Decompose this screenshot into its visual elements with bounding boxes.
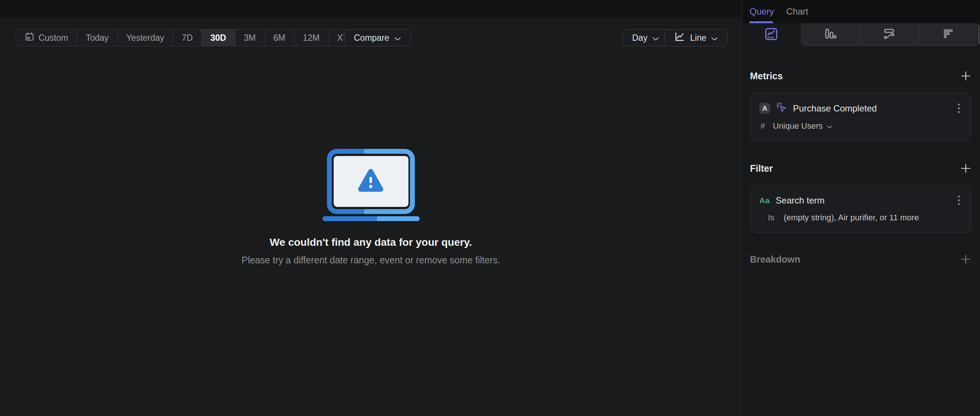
string-property-icon: Aa bbox=[759, 196, 770, 205]
insights-chart-icon bbox=[764, 26, 779, 43]
date-range-today[interactable]: Today bbox=[77, 30, 118, 46]
no-data-laptop-illustration bbox=[322, 147, 420, 223]
cursor-click-event-icon bbox=[776, 102, 788, 115]
filter-property-name[interactable]: Search term bbox=[776, 195, 825, 206]
date-range-7d[interactable]: 7D bbox=[173, 30, 202, 46]
empty-state-title: We couldn't find any data for your query… bbox=[270, 236, 472, 249]
funnel-bars-icon bbox=[822, 26, 838, 43]
tab-retention[interactable] bbox=[918, 23, 977, 46]
hash-symbol: # bbox=[759, 121, 765, 131]
chart-type-button[interactable]: Line bbox=[664, 29, 727, 46]
top-strip bbox=[0, 0, 742, 18]
date-range-control: Custom Today Yesterday 7D 30D 3M 6M 12M … bbox=[16, 29, 374, 46]
filter-condition-row: Is (empty string), Air purifier, or 11 m… bbox=[759, 213, 962, 223]
filter-values[interactable]: (empty string), Air purifier, or 11 more bbox=[784, 213, 919, 223]
metrics-title: Metrics bbox=[750, 71, 783, 81]
date-range-12m[interactable]: 12M bbox=[294, 30, 329, 46]
line-chart-icon bbox=[674, 31, 685, 45]
chevron-down-icon bbox=[652, 33, 659, 43]
filter-section-header: Filter bbox=[750, 163, 971, 174]
add-metric-button[interactable] bbox=[960, 70, 971, 81]
filter-operator[interactable]: Is bbox=[768, 213, 774, 223]
tab-flows[interactable] bbox=[859, 23, 919, 46]
granularity-button[interactable]: Day bbox=[622, 29, 669, 46]
chart-type-label: Line bbox=[690, 33, 706, 43]
aggregation-dropdown[interactable]: Unique Users bbox=[773, 121, 822, 131]
sidebar-content: Metrics A bbox=[742, 46, 980, 265]
aggregation-row: # Unique Users bbox=[759, 121, 962, 131]
tab-insights[interactable] bbox=[742, 23, 801, 46]
add-filter-button[interactable] bbox=[960, 163, 971, 174]
chevron-down-icon bbox=[711, 33, 718, 43]
date-range-30d-selected[interactable]: 30D bbox=[202, 30, 235, 46]
retention-dots-icon bbox=[940, 26, 956, 43]
tab-chart[interactable]: Chart bbox=[786, 0, 808, 23]
filter-title: Filter bbox=[750, 163, 773, 174]
breakdown-title: Breakdown bbox=[750, 254, 800, 265]
metrics-section-header: Metrics bbox=[750, 70, 971, 81]
main-panel: Custom Today Yesterday 7D 30D 3M 6M 12M … bbox=[0, 0, 742, 416]
filter-card[interactable]: Aa Search term Is (empty string), Air pu… bbox=[750, 185, 971, 233]
date-range-custom[interactable]: Custom bbox=[16, 30, 77, 46]
series-badge: A bbox=[759, 103, 770, 114]
chevron-down-icon bbox=[827, 121, 833, 131]
compare-label: Compare bbox=[354, 33, 390, 43]
flows-icon bbox=[881, 26, 897, 43]
add-breakdown-button[interactable] bbox=[960, 253, 971, 265]
breakdown-section-header: Breakdown bbox=[750, 253, 971, 265]
event-name[interactable]: Purchase Completed bbox=[793, 103, 877, 114]
date-range-3m[interactable]: 3M bbox=[235, 30, 265, 46]
date-range-6m[interactable]: 6M bbox=[265, 30, 294, 46]
empty-state: We couldn't find any data for your query… bbox=[0, 147, 742, 266]
metric-row: A Purchase Completed bbox=[759, 102, 962, 115]
chevron-down-icon bbox=[394, 33, 401, 43]
metric-card[interactable]: A Purchase Completed bbox=[750, 93, 971, 141]
scrollbar-thumb[interactable] bbox=[978, 25, 980, 44]
kebab-menu-icon[interactable] bbox=[956, 102, 962, 115]
report-type-tabs bbox=[742, 23, 977, 46]
sidebar-header: Query Chart bbox=[742, 0, 980, 23]
granularity-label: Day bbox=[632, 33, 648, 43]
calendar-icon bbox=[25, 32, 34, 44]
kebab-menu-icon[interactable] bbox=[956, 194, 962, 207]
compare-button[interactable]: Compare bbox=[344, 29, 411, 46]
tab-query[interactable]: Query bbox=[749, 0, 774, 23]
date-range-label: Custom bbox=[38, 33, 68, 43]
empty-state-subtitle: Please try a different date range, event… bbox=[242, 255, 501, 266]
query-builder-sidebar: Query Chart bbox=[742, 0, 980, 416]
filter-row: Aa Search term bbox=[759, 194, 962, 207]
tab-funnels[interactable] bbox=[801, 23, 859, 46]
date-range-yesterday[interactable]: Yesterday bbox=[118, 30, 173, 46]
app-root: Custom Today Yesterday 7D 30D 3M 6M 12M … bbox=[0, 0, 980, 416]
